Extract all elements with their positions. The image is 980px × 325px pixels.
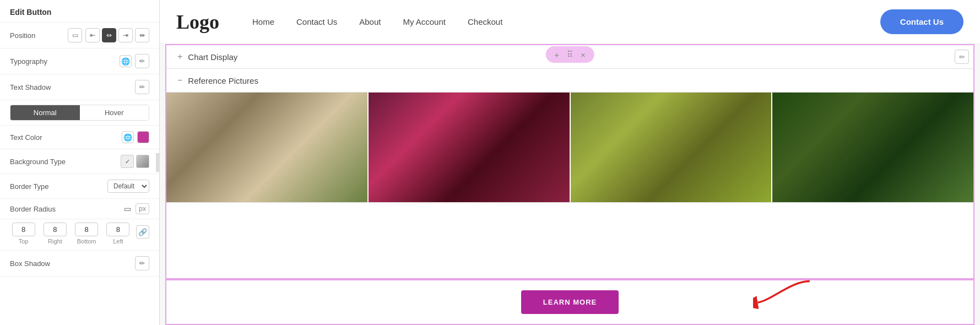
- state-toggle-row: Normal Hover: [0, 100, 159, 126]
- corner-left-item: Left: [105, 223, 132, 245]
- position-label: Position: [10, 31, 35, 40]
- align-center-icon[interactable]: ⇔: [102, 28, 116, 42]
- corner-bottom-input[interactable]: [75, 223, 98, 236]
- site-nav: Home Contact Us About My Account Checkou…: [252, 17, 880, 26]
- text-color-globe-icon[interactable]: 🌐: [122, 131, 134, 143]
- border-radius-unit[interactable]: px: [136, 203, 149, 214]
- box-shadow-row: Box Shadow ✏: [0, 251, 159, 277]
- panel-collapse-handle[interactable]: ‹: [156, 153, 160, 172]
- site-logo: Logo: [176, 10, 219, 34]
- normal-toggle-btn[interactable]: Normal: [10, 105, 80, 120]
- text-shadow-label: Text Shadow: [10, 83, 51, 91]
- text-color-controls: 🌐: [122, 131, 149, 143]
- image-cell-onions: [369, 93, 571, 202]
- corner-left-label: Left: [113, 238, 123, 245]
- corner-top-label: Top: [19, 238, 29, 245]
- site-header: Logo Home Contact Us About My Account Ch…: [160, 0, 980, 44]
- border-type-row: Border Type Default None Solid Dashed: [0, 174, 159, 199]
- border-radius-label: Border Radius: [10, 205, 124, 213]
- typography-edit-icon[interactable]: ✏: [135, 54, 149, 68]
- corner-right-item: Right: [41, 223, 68, 245]
- text-color-row: Text Color 🌐: [0, 126, 159, 149]
- reference-pictures-section: − Reference Pictures: [166, 69, 973, 93]
- nav-item-checkout[interactable]: Checkout: [468, 17, 502, 26]
- chart-display-label: Chart Display: [188, 52, 237, 62]
- main-area: Logo Home Contact Us About My Account Ch…: [160, 0, 980, 325]
- header-contact-button[interactable]: Contact Us: [880, 9, 963, 34]
- border-radius-row: Border Radius ▭ px: [0, 199, 159, 219]
- position-controls: ▭ ⇤ ⇔ ⇥ ⇹: [68, 28, 149, 42]
- position-row: Position ▭ ⇤ ⇔ ⇥ ⇹: [0, 23, 159, 48]
- typography-label: Typography: [10, 57, 47, 66]
- typography-row: Typography 🌐 ✏: [0, 48, 159, 74]
- text-shadow-edit-icon[interactable]: ✏: [135, 80, 149, 94]
- corners-link-icon[interactable]: 🔗: [136, 225, 149, 239]
- bg-type-row: Background Type ✓: [0, 149, 159, 174]
- toolbar-close-icon[interactable]: ×: [581, 50, 586, 59]
- bg-type-label: Background Type: [10, 158, 66, 166]
- typography-controls: 🌐 ✏: [120, 54, 149, 68]
- position-align-icons: ⇤ ⇔ ⇥ ⇹: [85, 28, 149, 42]
- panel-title: Edit Button: [0, 0, 159, 23]
- bg-gradient-icon[interactable]: [136, 155, 149, 168]
- border-radius-monitor-icon: ▭: [124, 204, 131, 213]
- position-icon-display[interactable]: ▭: [68, 28, 82, 42]
- nav-item-myaccount[interactable]: My Account: [403, 17, 446, 26]
- chart-display-toggle[interactable]: +: [177, 52, 182, 62]
- reference-pictures-label: Reference Pictures: [188, 76, 258, 85]
- learn-more-button[interactable]: LEARN MORE: [521, 290, 619, 314]
- box-shadow-edit-icon[interactable]: ✏: [135, 256, 149, 270]
- corner-right-input[interactable]: [44, 223, 67, 236]
- corner-bottom-label: Bottom: [77, 238, 96, 245]
- corners-row: Top Right Bottom Left 🔗: [0, 219, 159, 251]
- arrow-indicator: [753, 277, 819, 312]
- nav-item-contact[interactable]: Contact Us: [296, 17, 337, 26]
- text-color-swatch[interactable]: [137, 131, 149, 143]
- box-shadow-label: Box Shadow: [10, 259, 50, 268]
- text-shadow-controls: ✏: [135, 80, 149, 94]
- content-edit-icon[interactable]: ✏: [955, 50, 969, 64]
- image-cell-olives: [571, 93, 773, 202]
- text-color-label: Text Color: [10, 133, 42, 142]
- corner-top-item: Top: [10, 223, 37, 245]
- toolbar-move-icon[interactable]: ⠿: [567, 50, 573, 59]
- reference-pictures-toggle[interactable]: −: [177, 75, 182, 85]
- nav-item-about[interactable]: About: [359, 17, 381, 26]
- bg-type-controls: ✓: [121, 155, 149, 168]
- image-cell-mushrooms: [166, 93, 369, 202]
- image-grid: [166, 93, 973, 203]
- bottom-bar: LEARN MORE: [165, 279, 974, 325]
- corner-top-input[interactable]: [12, 223, 35, 236]
- border-type-label: Border Type: [10, 182, 49, 191]
- hover-toggle-btn[interactable]: Hover: [80, 105, 149, 120]
- text-shadow-row: Text Shadow ✏: [0, 74, 159, 100]
- align-justify-icon[interactable]: ⇹: [135, 28, 149, 42]
- corner-right-label: Right: [48, 238, 62, 245]
- corner-bottom-item: Bottom: [73, 223, 100, 245]
- typography-globe-icon[interactable]: 🌐: [120, 55, 132, 67]
- align-left-icon[interactable]: ⇤: [85, 28, 100, 42]
- left-panel: Edit Button Position ▭ ⇤ ⇔ ⇥ ⇹ Typograph…: [0, 0, 160, 325]
- bg-solid-icon[interactable]: ✓: [121, 155, 134, 168]
- toolbar-add-icon[interactable]: +: [554, 50, 559, 59]
- element-toolbar: + ⠿ ×: [545, 46, 594, 63]
- page-content: ✏ + Chart Display − Reference Pictures: [165, 44, 974, 279]
- content-wrapper: + ⠿ × ✏ + Chart Display − Reference Pict…: [160, 44, 980, 325]
- state-toggle-group: Normal Hover: [10, 105, 149, 121]
- corner-left-input[interactable]: [106, 223, 129, 236]
- border-type-select[interactable]: Default None Solid Dashed: [107, 180, 149, 193]
- image-cell-zucchini: [772, 93, 973, 202]
- nav-item-home[interactable]: Home: [252, 17, 274, 26]
- align-right-icon[interactable]: ⇥: [118, 28, 133, 42]
- red-arrow-svg: [753, 277, 819, 310]
